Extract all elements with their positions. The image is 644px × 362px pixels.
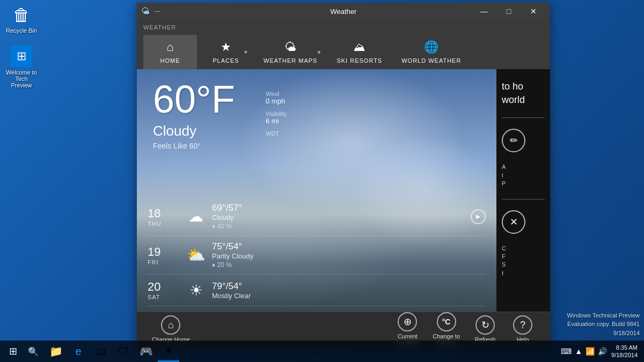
- forecast-date-20: 20: [148, 280, 180, 294]
- forecast-precip-fri: ♦ 20 %: [212, 261, 486, 269]
- ski-resorts-icon: ⛰: [354, 40, 365, 54]
- right-panel-note2: CFSt: [502, 245, 545, 278]
- welcome-tile-glyph: ⊞: [11, 46, 32, 67]
- forecast-condition-sat: Mostly Clear: [212, 292, 486, 300]
- recycle-bin-label: Recycle Bin: [6, 27, 37, 34]
- forecast-date-19: 19: [148, 245, 180, 259]
- maximize-button[interactable]: □: [496, 3, 521, 20]
- taskbar: ⊞ 🔍 📁 e 🗂 🛡 🎮 ✦ ⌨ ▲ 📶 🔊 8:35 AM 9/18/201…: [0, 341, 644, 362]
- places-arrow: ▼: [243, 49, 248, 55]
- right-panel-divider2: [502, 199, 545, 200]
- welcome-label: Welcome toTech Preview: [5, 69, 38, 88]
- right-panel-text: to howorld: [502, 80, 545, 107]
- forecast-icon-fri: ⛅: [180, 246, 212, 264]
- feels-like-display: Feels Like 60°: [153, 142, 235, 150]
- forecast-day-20: 20 SAT: [148, 280, 180, 300]
- forecast-item-fri: 19 FRI ⛅ 75°/54° Partly Cloudy ♦ 20 %: [148, 236, 486, 275]
- forecast-condition-fri: Partly Cloudy: [212, 252, 486, 260]
- ski-resorts-label: SKI RESORTS: [336, 57, 382, 64]
- close-button[interactable]: ✕: [521, 3, 546, 20]
- title-bar-dots: —: [154, 8, 160, 15]
- wind-label: Wind: [266, 91, 287, 97]
- system-tray-icons: ⌨ ▲ 📶 🔊: [561, 347, 607, 356]
- recycle-bin-glyph: 🗑: [13, 5, 30, 25]
- nav-item-weather-maps[interactable]: 🌤 WEATHER MAPS ▼: [255, 35, 326, 69]
- nav-item-home[interactable]: ⌂ HOME: [143, 35, 197, 69]
- weather-display: 60°F Cloudy Feels Like 60° Wind 0 mph Vi…: [137, 69, 496, 312]
- wdt-label: WDT: [266, 130, 287, 137]
- window-controls: — □ ✕: [472, 3, 546, 20]
- forecast-hi-lo-thu: 69°/57°: [212, 203, 471, 213]
- weather-maps-arrow: ▼: [317, 49, 322, 55]
- search-button[interactable]: 🔍: [24, 342, 43, 361]
- home-icon: ⌂: [166, 40, 173, 54]
- home-label: HOME: [160, 57, 180, 64]
- right-panel-note1: AlP: [502, 163, 545, 188]
- weather-details: Wind 0 mph Visibility 6 mi WDT: [266, 85, 287, 137]
- forecast-dow-sat: SAT: [148, 294, 180, 300]
- keyboard-icon[interactable]: ⌨: [561, 347, 572, 356]
- title-bar: 🌤 — Weather — □ ✕: [137, 3, 550, 20]
- forecast-hi-lo-sat: 79°/54°: [212, 281, 486, 292]
- forecast-section: 18 THU ☁ 69°/57° Cloudy ♦ 40 % ▶: [137, 197, 496, 306]
- forecast-precip-thu: ♦ 40 %: [212, 223, 471, 230]
- change-home-icon: ⌂: [161, 315, 180, 335]
- watermark-line1: Windows Technical Preview: [567, 311, 640, 320]
- forecast-item-sat: 20 SAT ☀ 79°/54° Mostly Clear: [148, 275, 486, 306]
- taskbar-app-ie[interactable]: e: [68, 341, 89, 362]
- taskbar-right: ⌨ ▲ 📶 🔊 8:35 AM 9/18/2014: [561, 344, 642, 359]
- weather-window: 🌤 — Weather — □ ✕ WEATHER ⌂ HOME ★ PLACE…: [137, 3, 550, 346]
- forecast-temps-sat: 79°/54° Mostly Clear: [212, 281, 486, 300]
- temperature-display: 60°F: [153, 80, 235, 119]
- forecast-date-18: 18: [148, 206, 180, 220]
- world-weather-icon: 🌐: [424, 40, 438, 54]
- forecast-condition-thu: Cloudy: [212, 213, 471, 221]
- weather-maps-label: WEATHER MAPS: [264, 57, 317, 64]
- delete-button[interactable]: ✕: [502, 210, 525, 234]
- right-panel: to howorld ✏ AlP ✕ CFSt: [496, 69, 550, 312]
- app-icon: 🌤: [141, 6, 150, 16]
- places-label: PLACES: [213, 57, 239, 64]
- taskbar-app-games[interactable]: 🎮: [135, 341, 157, 362]
- minimize-button[interactable]: —: [472, 3, 496, 20]
- help-icon: ?: [513, 315, 532, 335]
- refresh-icon: ↻: [475, 315, 495, 335]
- nav-items: ⌂ HOME ★ PLACES ▼ 🌤 WEATHER MAPS ▼ ⛰ SKI…: [143, 35, 544, 69]
- celsius-icon: °C: [437, 312, 456, 331]
- watermark-line2: Evaluation copy. Build 9841: [567, 320, 640, 329]
- right-panel-divider: [502, 117, 545, 118]
- forecast-play-thu[interactable]: ▶: [471, 209, 486, 224]
- network-icon[interactable]: 📶: [586, 347, 595, 356]
- taskbar-app-explorer-file[interactable]: 📁: [45, 341, 67, 362]
- nav-item-ski-resorts[interactable]: ⛰ SKI RESORTS: [328, 35, 391, 69]
- forecast-item-thu: 18 THU ☁ 69°/57° Cloudy ♦ 40 % ▶: [148, 197, 486, 236]
- window-title: Weather: [331, 8, 357, 16]
- world-weather-label: WORLD WEATHER: [401, 57, 461, 64]
- weather-maps-icon: 🌤: [284, 40, 296, 54]
- chevron-icon[interactable]: ▲: [575, 347, 582, 356]
- main-content: 60°F Cloudy Feels Like 60° Wind 0 mph Vi…: [137, 69, 550, 312]
- forecast-temps-fri: 75°/54° Partly Cloudy ♦ 20 %: [212, 241, 486, 269]
- start-button[interactable]: ⊞: [2, 341, 24, 362]
- wind-value: 0 mph: [266, 97, 287, 105]
- welcome-icon[interactable]: ⊞ Welcome toTech Preview: [5, 46, 38, 88]
- condition-display: Cloudy: [153, 123, 235, 139]
- watermark: Windows Technical Preview Evaluation cop…: [567, 311, 640, 338]
- recycle-bin-icon[interactable]: 🗑 Recycle Bin: [5, 5, 38, 34]
- clock-time: 8:35 AM: [611, 344, 638, 351]
- taskbar-app-security[interactable]: 🛡: [113, 341, 134, 362]
- nav-item-world-weather[interactable]: 🌐 WORLD WEATHER: [393, 35, 470, 69]
- forecast-temps-thu: 69°/57° Cloudy ♦ 40 %: [212, 203, 471, 230]
- taskbar-app-weather[interactable]: ✦: [158, 341, 179, 362]
- nav-item-places[interactable]: ★ PLACES ▼: [199, 35, 253, 69]
- current-weather: 60°F Cloudy Feels Like 60°: [153, 80, 235, 150]
- forecast-dow-fri: FRI: [148, 259, 180, 265]
- volume-icon[interactable]: 🔊: [598, 347, 607, 356]
- edit-button[interactable]: ✏: [502, 129, 525, 152]
- system-clock[interactable]: 8:35 AM 9/18/2014: [611, 344, 638, 359]
- nav-section-label: WEATHER: [143, 24, 544, 31]
- watermark-line3: 9/18/2014: [567, 329, 640, 338]
- forecast-day-19: 19 FRI: [148, 245, 180, 265]
- forecast-hi-lo-fri: 75°/54°: [212, 241, 486, 252]
- taskbar-app-file-manager[interactable]: 🗂: [90, 341, 112, 362]
